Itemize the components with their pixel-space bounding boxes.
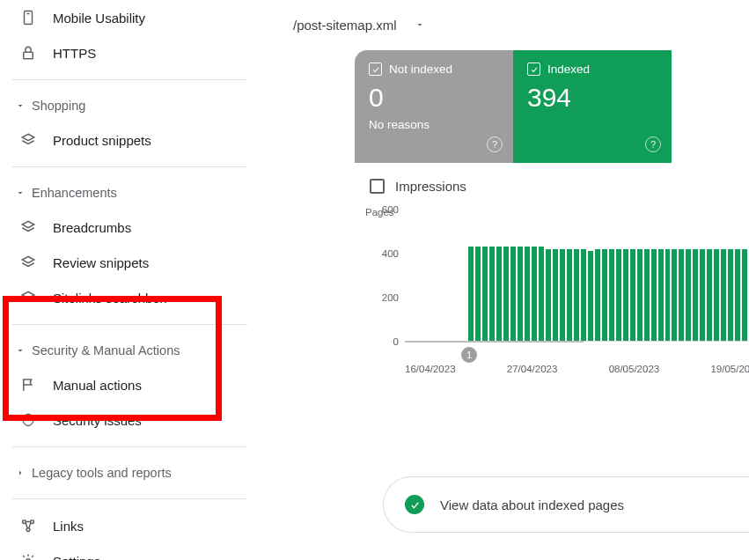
section-title: Enhancements xyxy=(32,186,117,200)
check-circle-icon xyxy=(405,495,424,514)
checkbox-unchecked-icon xyxy=(370,179,385,194)
legend-impressions[interactable]: Impressions xyxy=(370,179,749,194)
checkbox-checked-icon xyxy=(527,63,540,76)
nav-label: HTTPS xyxy=(53,46,96,61)
chart-bar xyxy=(742,249,747,341)
chart-bar xyxy=(637,249,643,341)
chevron-down-icon xyxy=(12,98,28,114)
chevron-down-icon xyxy=(12,343,28,358)
divider xyxy=(12,498,247,499)
sidebar: Mobile Usability HTTPS Shopping Product … xyxy=(0,0,260,560)
nav-links[interactable]: Links xyxy=(0,508,260,543)
section-enhancements[interactable]: Enhancements xyxy=(0,176,260,210)
legend-label: Impressions xyxy=(395,179,466,194)
svg-point-5 xyxy=(26,528,30,532)
divider xyxy=(12,79,247,80)
chart-bar xyxy=(735,249,740,341)
main-content: /post-sitemap.xml Not indexed 0 No reaso… xyxy=(260,0,749,560)
divider xyxy=(12,446,247,447)
chart-bar xyxy=(644,249,650,341)
chevron-down-icon xyxy=(12,185,28,201)
help-icon[interactable]: ? xyxy=(487,136,503,152)
y-tick: 400 xyxy=(372,248,399,259)
y-tick: 200 xyxy=(372,292,399,303)
section-legacy[interactable]: Legacy tools and reports xyxy=(0,456,260,490)
help-icon[interactable]: ? xyxy=(645,136,661,152)
chart-bar xyxy=(489,247,495,341)
svg-rect-2 xyxy=(24,52,33,59)
chart-annotation-dot[interactable]: 1 xyxy=(461,347,477,363)
section-title: Security & Manual Actions xyxy=(32,343,180,357)
chart-bar xyxy=(518,247,523,341)
banner-text: View data about indexed pages xyxy=(440,497,624,512)
card-not-indexed[interactable]: Not indexed 0 No reasons ? xyxy=(355,50,513,163)
chart-bar xyxy=(707,249,712,341)
chart-bar xyxy=(700,249,705,341)
chart-bar xyxy=(679,249,684,341)
chart-bar xyxy=(686,249,691,341)
chart-y-axis: 600 400 200 0 xyxy=(372,210,399,342)
x-tick: 19/05/2023 xyxy=(710,364,749,374)
layers-icon xyxy=(19,289,37,306)
chart-bar xyxy=(503,247,509,341)
indexed-pages-banner[interactable]: View data about indexed pages xyxy=(383,476,749,533)
nav-label: Product snippets xyxy=(53,133,151,148)
summary-cards: Not indexed 0 No reasons ? Indexed 394 ? xyxy=(355,50,749,163)
nav-mobile-usability[interactable]: Mobile Usability xyxy=(0,0,260,35)
chart-bar xyxy=(602,249,607,341)
layers-icon xyxy=(19,218,37,236)
card-indexed[interactable]: Indexed 394 ? xyxy=(513,50,672,163)
chart-bar xyxy=(510,247,516,341)
nav-review-snippets[interactable]: Review snippets xyxy=(0,245,260,280)
chart-bar xyxy=(665,249,671,341)
gear-icon xyxy=(19,552,37,560)
nav-label: Links xyxy=(53,519,84,534)
nav-product-snippets[interactable]: Product snippets xyxy=(0,122,260,158)
nav-manual-actions[interactable]: Manual actions xyxy=(0,367,260,402)
layers-icon xyxy=(19,131,37,149)
sitemap-dropdown[interactable]: /post-sitemap.xml xyxy=(260,0,749,50)
chart-bar xyxy=(475,247,481,341)
chart-bar xyxy=(728,249,733,341)
section-shopping[interactable]: Shopping xyxy=(0,89,260,122)
shield-icon xyxy=(19,411,37,429)
chart-bar xyxy=(496,247,502,341)
chart-bar xyxy=(574,249,579,341)
y-tick: 600 xyxy=(372,204,399,215)
chart-bar xyxy=(567,249,572,341)
nav-label: Security issues xyxy=(53,413,142,428)
chart-bar xyxy=(714,249,719,341)
nav-security-issues[interactable]: Security issues xyxy=(0,402,260,438)
chevron-right-icon xyxy=(12,465,28,481)
x-tick: 08/05/2023 xyxy=(609,364,660,374)
nav-https[interactable]: HTTPS xyxy=(0,35,260,70)
chart-bar xyxy=(658,249,664,341)
card-subtext: No reasons xyxy=(369,118,499,131)
chart-bar xyxy=(651,249,657,341)
chart-plot: 1 xyxy=(405,210,749,342)
links-icon xyxy=(19,517,37,534)
card-value: 0 xyxy=(369,83,499,113)
flag-icon xyxy=(19,376,37,394)
nav-sitelinks-searchbox[interactable]: Sitelinks searchbox xyxy=(0,280,260,315)
x-tick: 27/04/2023 xyxy=(507,364,558,374)
chart-baseline xyxy=(405,341,584,343)
card-label: Not indexed xyxy=(389,63,452,76)
divider xyxy=(12,166,247,167)
card-label: Indexed xyxy=(547,63,590,76)
chart-bar xyxy=(609,249,614,341)
x-tick: 16/04/2023 xyxy=(405,364,456,374)
chart-bar xyxy=(721,249,726,341)
card-value: 394 xyxy=(527,83,657,113)
chart-bar xyxy=(623,249,628,341)
section-title: Shopping xyxy=(32,99,85,113)
chart-bar xyxy=(588,251,593,341)
section-security[interactable]: Security & Manual Actions xyxy=(0,334,260,367)
nav-label: Sitelinks searchbox xyxy=(53,291,166,306)
chart-bar xyxy=(581,249,586,341)
chart-bar xyxy=(525,247,530,341)
nav-label: Settings xyxy=(53,554,100,561)
nav-settings[interactable]: Settings xyxy=(0,543,260,560)
nav-breadcrumbs[interactable]: Breadcrumbs xyxy=(0,210,260,245)
lock-icon xyxy=(19,44,37,62)
